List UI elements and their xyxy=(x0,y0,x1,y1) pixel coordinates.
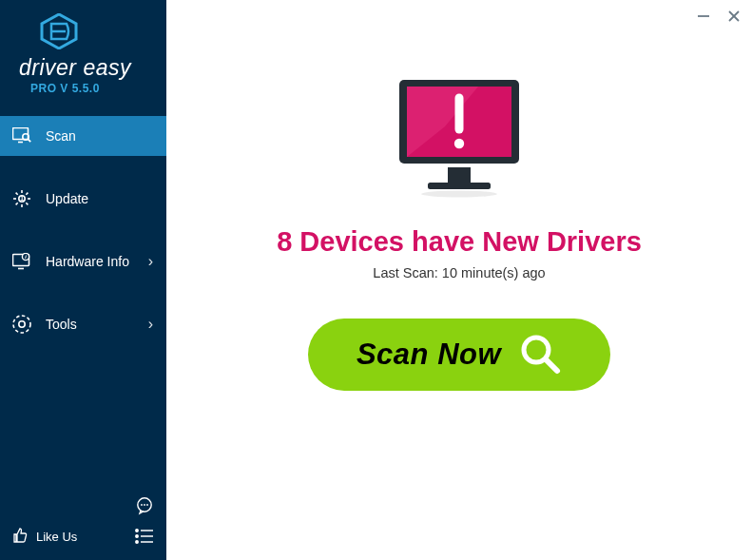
svg-point-40 xyxy=(421,191,497,198)
svg-line-5 xyxy=(28,139,30,142)
svg-line-44 xyxy=(546,359,557,371)
magnifier-icon xyxy=(518,332,562,378)
gear-icon: 1 xyxy=(11,188,32,209)
nav-item-hardware[interactable]: i Hardware Info › xyxy=(0,241,166,281)
alert-monitor-icon xyxy=(388,74,530,202)
svg-rect-39 xyxy=(428,183,491,189)
feedback-icon[interactable] xyxy=(134,495,155,516)
scan-icon xyxy=(11,126,32,146)
chevron-right-icon: › xyxy=(148,253,153,270)
brand-name: driver easy xyxy=(19,55,166,81)
nav-item-update[interactable]: 1 Update xyxy=(0,179,166,219)
svg-line-12 xyxy=(26,203,28,204)
like-us-button[interactable]: Like Us xyxy=(11,527,77,547)
svg-point-24 xyxy=(144,504,145,506)
chevron-right-icon: › xyxy=(148,316,153,333)
nav: Scan 1 Update i Hardware Info › Tools › xyxy=(0,116,166,367)
thumbs-up-icon xyxy=(11,527,29,547)
svg-point-42 xyxy=(454,139,464,148)
svg-line-14 xyxy=(16,203,18,204)
svg-point-25 xyxy=(146,504,148,506)
hardware-icon: i xyxy=(11,251,32,272)
svg-point-26 xyxy=(136,530,138,531)
tools-icon xyxy=(11,314,32,335)
nav-label-hardware: Hardware Info xyxy=(46,254,129,269)
scan-now-label: Scan Now xyxy=(357,338,501,372)
window-controls xyxy=(695,8,742,25)
brand-block: driver easy PRO V 5.5.0 xyxy=(0,0,166,103)
nav-item-scan[interactable]: Scan xyxy=(0,116,166,156)
nav-label-tools: Tools xyxy=(46,317,77,332)
brand-logo-icon xyxy=(38,13,166,53)
nav-label-update: Update xyxy=(46,191,88,206)
svg-point-30 xyxy=(136,541,138,543)
svg-point-21 xyxy=(19,321,25,327)
sidebar-footer: Like Us xyxy=(0,486,166,560)
nav-item-tools[interactable]: Tools › xyxy=(0,304,166,344)
svg-point-23 xyxy=(141,504,143,506)
scan-now-button[interactable]: Scan Now xyxy=(308,319,610,391)
minimize-button[interactable] xyxy=(695,8,712,25)
svg-point-28 xyxy=(136,535,138,537)
like-us-label: Like Us xyxy=(36,530,77,544)
svg-point-20 xyxy=(13,316,30,333)
svg-rect-38 xyxy=(448,167,471,183)
main-content: 8 Devices have New Drivers Last Scan: 10… xyxy=(166,0,752,560)
list-menu-icon[interactable] xyxy=(134,526,155,547)
sidebar: driver easy PRO V 5.5.0 Scan 1 Update i … xyxy=(0,0,166,560)
svg-line-11 xyxy=(16,193,18,195)
brand-version: PRO V 5.5.0 xyxy=(19,82,166,95)
svg-text:1: 1 xyxy=(20,195,24,202)
nav-label-scan: Scan xyxy=(46,128,76,144)
status-headline: 8 Devices have New Drivers xyxy=(277,226,642,258)
close-button[interactable] xyxy=(725,8,742,25)
svg-line-13 xyxy=(26,193,28,195)
last-scan-text: Last Scan: 10 minute(s) ago xyxy=(373,265,545,280)
